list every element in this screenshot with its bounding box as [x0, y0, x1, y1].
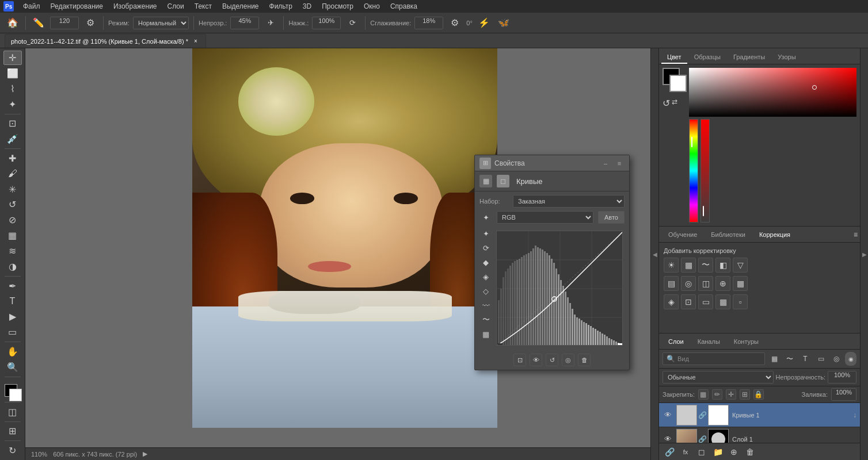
quick-mask-tool[interactable]: ◫ — [3, 405, 22, 419]
eraser-tool[interactable]: ⊘ — [3, 213, 22, 227]
curves-canvas[interactable] — [496, 231, 623, 346]
dodge-tool[interactable]: ◑ — [3, 259, 22, 274]
opacity-value[interactable]: 100% — [828, 371, 856, 384]
create-group-btn[interactable]: 📁 — [711, 445, 725, 459]
zoom-tool[interactable]: 🔍 — [3, 360, 22, 374]
selection-tool[interactable]: ⬜ — [3, 66, 22, 80]
swap-colors-icon[interactable]: ⇄ — [672, 98, 677, 109]
filter-adjustment-icon[interactable]: 〜 — [783, 352, 797, 366]
extra-icon[interactable]: 🦋 — [496, 15, 512, 31]
menu-layers[interactable]: Слои — [163, 1, 189, 12]
menu-window[interactable]: Окно — [359, 1, 384, 12]
libraries-tab[interactable]: Библиотеки — [704, 229, 752, 240]
rotate-view-tool[interactable]: ↻ — [3, 443, 22, 458]
color-tab-gradients[interactable]: Градиенты — [728, 51, 771, 64]
channel-select[interactable]: RGB — [497, 211, 593, 224]
exposure-icon[interactable]: ◧ — [715, 258, 730, 273]
preset-select[interactable]: Заказная — [513, 195, 625, 208]
filter-pixel-icon[interactable]: ▦ — [767, 352, 781, 366]
add-layer-style-btn[interactable]: fx — [679, 445, 692, 459]
mode-select[interactable]: Нормальный — [133, 17, 189, 29]
stamp-tool[interactable]: ✳ — [3, 182, 22, 197]
healing-tool[interactable]: ✚ — [3, 151, 22, 166]
document-tab[interactable]: photo_2022-11--42-12.tif @ 110% (Кривые … — [5, 34, 206, 48]
histogram-icon[interactable]: ▦ — [479, 328, 492, 340]
threshold-icon[interactable]: ▦ — [715, 294, 730, 309]
menu-file[interactable]: Файл — [18, 1, 45, 12]
layer-visibility-eye-layer1[interactable]: 👁 — [663, 434, 673, 443]
move-tool[interactable]: ✛ — [3, 51, 22, 65]
menu-help[interactable]: Справка — [386, 1, 422, 12]
alpha-strip[interactable] — [701, 119, 710, 223]
lock-artboard-icon[interactable]: ⊞ — [740, 389, 750, 400]
sample-light-icon[interactable]: ◇ — [479, 285, 492, 297]
lock-position-icon[interactable]: ✛ — [726, 389, 736, 400]
color-tab-swatches[interactable]: Образцы — [688, 51, 726, 64]
menu-edit[interactable]: Редактирование — [46, 1, 108, 12]
correction-tab[interactable]: Коррекция — [752, 229, 797, 240]
visibility-btn[interactable]: 👁 — [530, 354, 542, 366]
brush-size-input[interactable]: 120 — [50, 17, 79, 29]
brush-settings-icon[interactable]: ⚙ — [82, 15, 98, 31]
background-swatch[interactable] — [669, 75, 687, 92]
layer-search-field[interactable]: 🔍 Вид — [663, 352, 765, 365]
brush-icon[interactable]: ✏️ — [31, 15, 47, 31]
link-layers-btn[interactable]: 🔗 — [663, 445, 676, 459]
layer-row-layer1[interactable]: 👁 🔗 Слой 1 — [659, 427, 860, 443]
layers-tab[interactable]: Слои — [661, 336, 691, 347]
auto-button[interactable]: Авто — [598, 211, 625, 224]
menu-3d[interactable]: 3D — [298, 1, 316, 12]
screen-mode-tool[interactable]: ⊞ — [3, 424, 22, 439]
lasso-tool[interactable]: ⌇ — [3, 82, 22, 96]
smooth-input[interactable]: 18% — [414, 17, 443, 29]
point-tool[interactable]: ✦ — [479, 227, 492, 240]
opacity-input[interactable]: 45% — [230, 17, 259, 29]
channel-mixer-icon[interactable]: ▦ — [733, 276, 748, 291]
invert-icon[interactable]: ⊡ — [681, 294, 696, 309]
paths-tab[interactable]: Контуры — [727, 336, 766, 347]
brush-tool[interactable]: 🖌 — [3, 167, 22, 181]
freehand-icon[interactable]: 〰 — [479, 299, 492, 312]
text-tool[interactable]: T — [3, 294, 22, 309]
settings-icon[interactable]: ⚙ — [447, 15, 463, 31]
layer-visibility-eye-curves[interactable]: 👁 — [663, 410, 673, 420]
history-tool[interactable]: ↺ — [3, 198, 22, 212]
symmetry-icon[interactable]: ⚡ — [476, 15, 492, 31]
props-menu-btn[interactable]: ≡ — [614, 158, 625, 168]
eyedropper-tool[interactable]: 💉 — [3, 132, 22, 146]
sample-dark-icon[interactable]: ◆ — [479, 256, 492, 269]
color-tab-color[interactable]: Цвет — [661, 51, 687, 64]
posterize-icon[interactable]: ▭ — [698, 294, 713, 309]
create-adjustment-btn[interactable]: ⊕ — [727, 445, 741, 459]
blur-tool[interactable]: ≋ — [3, 244, 22, 258]
layer-row-curves[interactable]: 👁 〜 🔗 Кривые 1 ↓ — [659, 403, 860, 427]
on-image-tool[interactable]: ✦ — [479, 211, 492, 224]
filter-smart-icon[interactable]: ◎ — [829, 352, 843, 366]
fill-value[interactable]: 100% — [831, 388, 856, 401]
props-collapse-btn[interactable]: – — [600, 158, 611, 168]
color-gradient-field[interactable] — [689, 68, 856, 117]
lock-pixels-icon[interactable]: ✏ — [712, 389, 722, 400]
clip-to-layer-btn[interactable]: ⊡ — [513, 354, 526, 366]
pen-tool[interactable]: ✒ — [3, 279, 22, 293]
sample-mid-icon[interactable]: ◈ — [479, 270, 492, 283]
delete-layer-btn[interactable]: 🗑 — [743, 445, 757, 459]
right-collapse-button[interactable]: ▶ — [860, 48, 868, 460]
curve-tool[interactable]: ⟳ — [479, 241, 492, 254]
flow-input[interactable]: 100% — [312, 17, 341, 29]
menu-text[interactable]: Текст — [190, 1, 216, 12]
hand-tool[interactable]: ✋ — [3, 344, 22, 359]
brightness-icon[interactable]: ☀ — [664, 258, 679, 273]
blend-mode-select[interactable]: Обычные — [663, 371, 774, 384]
side-collapse-button[interactable]: ◀ — [650, 48, 658, 460]
status-arrow[interactable]: ▶ — [143, 450, 147, 458]
gradient-tool[interactable]: ▦ — [3, 228, 22, 243]
panel-collapse-icon[interactable]: ≡ — [854, 231, 858, 239]
canvas-area[interactable]: ⊞ Свойства – ≡ ▦ ◻ Кривые Набор: Заказна… — [25, 48, 650, 460]
reset-btn[interactable]: ↺ — [546, 354, 558, 366]
shape-tool[interactable]: ▭ — [3, 325, 22, 339]
airbrush-icon[interactable]: ✈ — [262, 15, 279, 31]
smooth-icon[interactable]: 〜 — [479, 313, 492, 326]
add-mask-btn[interactable]: ◻ — [695, 445, 709, 459]
view-previous-btn[interactable]: ◎ — [562, 354, 574, 366]
